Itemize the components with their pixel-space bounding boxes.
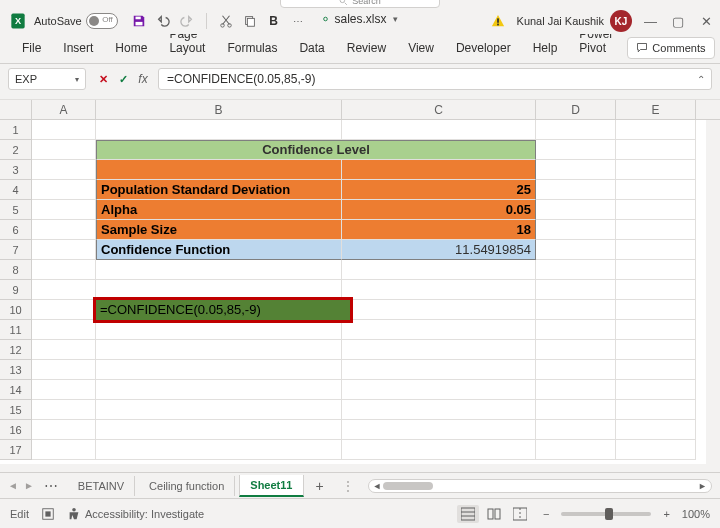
tab-help[interactable]: Help	[523, 35, 568, 63]
zoom-out-button[interactable]: −	[543, 508, 549, 520]
row-1[interactable]: 1	[0, 120, 31, 140]
user-account[interactable]: Kunal Jai Kaushik KJ	[517, 10, 632, 32]
warning-icon[interactable]	[491, 14, 505, 28]
row-13[interactable]: 13	[0, 360, 31, 380]
tab-file[interactable]: File	[12, 35, 51, 63]
autosave-toggle[interactable]: Off	[86, 13, 118, 29]
normal-view-button[interactable]	[457, 505, 479, 523]
table-title	[96, 140, 342, 160]
tab-formulas[interactable]: Formulas	[217, 35, 287, 63]
row-15[interactable]: 15	[0, 400, 31, 420]
row-headers[interactable]: 1 2 3 4 5 6 7 8 9 10 11 12 13 14 15 16 1…	[0, 120, 32, 460]
tab-home[interactable]: Home	[105, 35, 157, 63]
vertical-scrollbar[interactable]	[706, 120, 720, 464]
sheet-tab-betainv[interactable]: BETAINV	[68, 476, 135, 496]
maximize-button[interactable]: ▢	[672, 14, 684, 29]
svg-rect-11	[497, 24, 499, 26]
close-button[interactable]: ✕	[700, 14, 712, 29]
formula-input[interactable]: =CONFIDENCE(0.05,85,-9) ⌃	[158, 68, 712, 90]
comments-button[interactable]: Comments	[627, 37, 714, 59]
expand-formula-icon[interactable]: ⌃	[697, 74, 705, 85]
chevron-down-icon[interactable]: ▾	[75, 75, 79, 84]
autosave-label: AutoSave	[34, 15, 82, 27]
page-break-view-button[interactable]	[509, 505, 531, 523]
macro-icon[interactable]	[41, 507, 55, 521]
tab-insert[interactable]: Insert	[53, 35, 103, 63]
row-4[interactable]: 4	[0, 180, 31, 200]
fx-icon[interactable]: fx	[136, 72, 150, 86]
sheet-tab-bar: ◄ ► ⋯ BETAINV Ceiling function Sheet11 +…	[0, 472, 720, 498]
minimize-button[interactable]: —	[644, 14, 656, 29]
chevron-down-icon[interactable]: ▾	[393, 14, 398, 24]
svg-rect-7	[247, 18, 254, 26]
row-3[interactable]: 3	[0, 160, 31, 180]
row-5[interactable]: 5	[0, 200, 31, 220]
col-B[interactable]: B	[96, 100, 342, 119]
col-C[interactable]: C	[342, 100, 536, 119]
val-confidence: 11.54919854	[342, 240, 536, 260]
svg-text:X: X	[15, 16, 22, 26]
page-layout-view-button[interactable]	[483, 505, 505, 523]
titlebar: X AutoSave Off B ⋯ Search sales.xlsx ▾ K…	[0, 0, 720, 34]
column-headers[interactable]: A B C D E	[32, 100, 720, 120]
bold-icon[interactable]: B	[267, 14, 281, 28]
accessibility-icon	[67, 507, 81, 521]
svg-point-14	[72, 507, 76, 511]
row-9[interactable]: 9	[0, 280, 31, 300]
save-icon[interactable]	[132, 14, 146, 28]
filename[interactable]: sales.xlsx ▾	[322, 12, 397, 26]
status-bar: Edit Accessibility: Investigate − + 100%	[0, 498, 720, 528]
sheet-prev-icon[interactable]: ◄	[8, 480, 18, 491]
row-8[interactable]: 8	[0, 260, 31, 280]
select-all-button[interactable]	[0, 100, 32, 120]
svg-rect-3	[135, 22, 142, 26]
tab-view[interactable]: View	[398, 35, 444, 63]
more-icon[interactable]: ⋯	[291, 14, 305, 28]
col-D[interactable]: D	[536, 100, 616, 119]
col-A[interactable]: A	[32, 100, 96, 119]
label-confidence: Confidence Function	[96, 240, 342, 260]
row-16[interactable]: 16	[0, 420, 31, 440]
search-box[interactable]: Search	[280, 0, 440, 8]
zoom-in-button[interactable]: +	[663, 508, 669, 520]
row-6[interactable]: 6	[0, 220, 31, 240]
svg-rect-13	[45, 511, 50, 516]
scroll-left-icon[interactable]: ◄	[373, 481, 382, 491]
search-icon	[339, 0, 348, 6]
cut-icon[interactable]	[219, 14, 233, 28]
accessibility-status[interactable]: Accessibility: Investigate	[67, 507, 204, 521]
col-E[interactable]: E	[616, 100, 696, 119]
name-box[interactable]: EXP ▾	[8, 68, 86, 90]
zoom-level[interactable]: 100%	[682, 508, 710, 520]
svg-rect-19	[495, 509, 500, 519]
sheet-next-icon[interactable]: ►	[24, 480, 34, 491]
scroll-right-icon[interactable]: ►	[698, 481, 707, 491]
row-2[interactable]: 2	[0, 140, 31, 160]
cancel-formula-icon[interactable]: ✕	[96, 72, 110, 86]
row-14[interactable]: 14	[0, 380, 31, 400]
row-12[interactable]: 12	[0, 340, 31, 360]
sheet-tab-ceiling[interactable]: Ceiling function	[139, 476, 235, 496]
tab-review[interactable]: Review	[337, 35, 396, 63]
formula-bar: EXP ▾ ✕ ✓ fx =CONFIDENCE(0.05,85,-9) ⌃	[0, 64, 720, 94]
label-std-dev: Population Standard Deviation	[96, 180, 342, 200]
editing-cell-B10[interactable]: =CONFIDENCE(0.05,85,-9)	[93, 297, 353, 323]
zoom-slider[interactable]	[561, 512, 651, 516]
add-sheet-button[interactable]: +	[308, 478, 332, 494]
sheet-tab-sheet11[interactable]: Sheet11	[239, 475, 303, 497]
copy-icon[interactable]	[243, 14, 257, 28]
spreadsheet-grid[interactable]: A B C D E 1 2 3 4 5 6 7 8 9 10 11 12 13 …	[0, 100, 720, 464]
undo-icon[interactable]	[156, 14, 170, 28]
row-17[interactable]: 17	[0, 440, 31, 460]
horizontal-scrollbar[interactable]: ◄ ►	[368, 479, 713, 493]
tab-data[interactable]: Data	[289, 35, 334, 63]
row-7[interactable]: 7	[0, 240, 31, 260]
row-10[interactable]: 10	[0, 300, 31, 320]
enter-formula-icon[interactable]: ✓	[116, 72, 130, 86]
sheet-list-icon[interactable]: ⋯	[44, 478, 58, 494]
tab-developer[interactable]: Developer	[446, 35, 521, 63]
scroll-thumb[interactable]	[383, 482, 433, 490]
row-11[interactable]: 11	[0, 320, 31, 340]
redo-icon[interactable]	[180, 14, 194, 28]
svg-point-9	[324, 17, 328, 21]
